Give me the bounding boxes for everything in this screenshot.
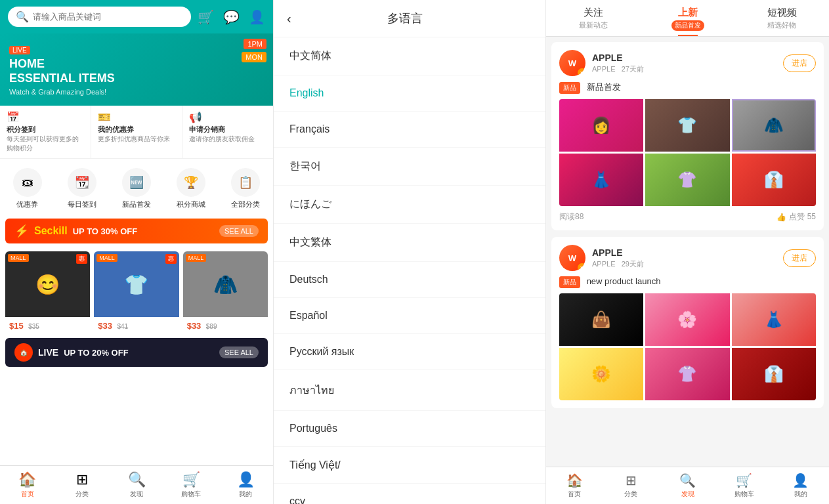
new-circle-icon: 🆕 (122, 168, 151, 197)
product-info-2: $33 $89 (183, 317, 268, 334)
referral-title: 申请分销商 (189, 125, 225, 135)
live-see-all[interactable]: SEE ALL (219, 346, 259, 358)
banner-text: LIVE HOMEESSENTIAL ITEMS Watch & Grab Am… (9, 43, 115, 96)
seckill-banner[interactable]: ⚡ Seckill UP TO 30% OFF SEE ALL (5, 219, 268, 243)
lang-es[interactable]: Español (274, 298, 545, 334)
lang-ru[interactable]: Русский язык (274, 334, 545, 370)
message-icon[interactable]: 💬 (223, 9, 240, 25)
v-badge-1: V (578, 263, 585, 271)
product-price-0: $15 (9, 321, 24, 331)
feed-username-1: APPLE (592, 247, 783, 258)
feed-footer-0: 阅读88 👍 点赞 55 (559, 211, 816, 222)
right-nav-home[interactable]: 🏠 首页 (546, 472, 603, 499)
right-nav-discover[interactable]: 🔍 发现 (659, 472, 715, 499)
left-panel: 🔍 🛒 💬 👤 LIVE HOMEESSENTIAL ITEMS Watch &… (0, 0, 273, 504)
feed-user-info-1: APPLE APPLE 29天前 (592, 247, 783, 269)
tab-follow-sub: 最新动态 (579, 20, 608, 30)
product-card-1[interactable]: 👕 MALL 惠 $33 $41 (94, 251, 179, 334)
signin-desc: 每天签到可以获得更多的购物积分 (7, 135, 84, 153)
lang-ccv[interactable]: ccv (274, 484, 545, 504)
quick-points[interactable]: 🏆 积分商城 (177, 168, 205, 209)
lang-th[interactable]: ภาษาไทย (274, 370, 545, 411)
live-circle-icon: 🏠 (14, 343, 33, 362)
product-info-1: $33 $41 (94, 317, 179, 334)
lang-vi[interactable]: Tiếng Việt/ (274, 447, 545, 484)
banner-right: 1PM MON (242, 39, 266, 62)
product-card-2[interactable]: 🧥 MALL $33 $89 (183, 251, 268, 334)
follow-btn-0[interactable]: 进店 (783, 54, 816, 72)
r-category-icon: ⊞ (626, 472, 637, 488)
banner-headline: HOMEESSENTIAL ITEMS (9, 57, 115, 85)
feed-images-1: 👜 🌸 👗 🌼 👚 👔 (559, 293, 816, 400)
tab-new[interactable]: 上新 新品首发 (641, 0, 735, 36)
left-nav-discover[interactable]: 🔍 发现 (109, 471, 163, 499)
right-nav-cart[interactable]: 🛒 购物车 (716, 472, 773, 499)
tab-video-main: 短视频 (767, 7, 797, 19)
quick-coupon[interactable]: 🎟 优惠券 (13, 168, 42, 209)
referral-icon: 📢 (189, 111, 202, 123)
points-signin[interactable]: 📅 积分签到 每天签到可以获得更多的购物积分 (0, 106, 91, 158)
feed-tag-label-1: new product launch (587, 276, 661, 286)
r-mine-icon: 👤 (792, 472, 809, 488)
lang-ja[interactable]: にほんご (274, 186, 545, 224)
search-input-wrap[interactable]: 🔍 (8, 7, 191, 27)
lang-pt[interactable]: Português (274, 411, 545, 447)
back-button[interactable]: ‹ (287, 11, 291, 26)
r-discover-icon: 🔍 (679, 472, 696, 488)
coupon-circle-icon: 🎟 (13, 168, 42, 197)
feed-img-1-1: 🌸 (645, 293, 729, 346)
tab-new-main: 上新 (678, 7, 698, 19)
discover-label: 发现 (130, 490, 143, 499)
feed-card-1: W V APPLE APPLE 29天前 进店 新品 new product l… (551, 237, 824, 408)
new-tag-0: 新品 (559, 82, 580, 94)
seckill-see-all[interactable]: SEE ALL (219, 225, 259, 237)
user-icon[interactable]: 👤 (249, 9, 265, 25)
search-bar: 🔍 🛒 💬 👤 (0, 0, 273, 33)
lang-zh-hant[interactable]: 中文繁体 (274, 224, 545, 262)
cart-icon[interactable]: 🛒 (198, 9, 214, 25)
right-nav-category[interactable]: ⊞ 分类 (603, 472, 659, 499)
mall-badge-2: MALL (186, 254, 207, 262)
feed-img-0-4: 👚 (645, 154, 729, 206)
lang-zh-hans[interactable]: 中文简体 (274, 37, 545, 75)
product-price-1: $33 (98, 321, 112, 331)
language-list: 中文简体 English Français 한국어 にほんご 中文繁体 Deut… (274, 37, 545, 504)
left-nav-cart[interactable]: 🛒 购物车 (164, 471, 219, 499)
product-card-0[interactable]: 😊 MALL 惠 $15 $35 (5, 251, 90, 334)
left-bottom-nav: 🏠 首页 ⊞ 分类 🔍 发现 🛒 购物车 👤 我的 (0, 465, 273, 504)
quick-all[interactable]: 📋 全部分类 (231, 168, 260, 209)
tab-follow[interactable]: 关注 最新动态 (546, 0, 641, 36)
quick-new[interactable]: 🆕 新品首发 (122, 168, 151, 209)
right-bottom-nav: 🏠 首页 ⊞ 分类 🔍 发现 🛒 购物车 👤 我的 (546, 467, 829, 504)
coupon-icon: 🎫 (98, 111, 111, 123)
r-home-icon: 🏠 (566, 472, 583, 488)
lang-fr[interactable]: Français (274, 112, 545, 148)
lang-ko[interactable]: 한국어 (274, 148, 545, 186)
left-nav-mine[interactable]: 👤 我的 (219, 471, 273, 499)
quick-signin[interactable]: 📆 每日签到 (68, 168, 96, 209)
live-left: 🏠 LIVE UP TO 20% OFF (14, 343, 129, 362)
right-nav-mine[interactable]: 👤 我的 (773, 472, 829, 499)
thumbs-up-icon: 👍 (776, 213, 786, 222)
live-banner[interactable]: 🏠 LIVE UP TO 20% OFF SEE ALL (5, 338, 268, 367)
tab-video-sub: 精选好物 (767, 20, 796, 30)
coupon-desc: 更多折扣优惠商品等你来 (98, 135, 170, 144)
lang-de[interactable]: Deutsch (274, 262, 545, 298)
feed-img-1-3: 🌼 (559, 348, 643, 400)
search-input[interactable] (33, 12, 183, 22)
points-coupon[interactable]: 🎫 我的优惠券 更多折扣优惠商品等你来 (91, 106, 182, 158)
left-nav-home[interactable]: 🏠 首页 (0, 471, 54, 499)
tab-follow-main: 关注 (584, 7, 603, 19)
lang-en[interactable]: English (274, 75, 545, 112)
follow-btn-1[interactable]: 进店 (783, 249, 816, 267)
r-mine-label: 我的 (794, 490, 807, 499)
lang-header: ‹ 多语言 (274, 0, 545, 37)
tab-video[interactable]: 短视频 精选好物 (734, 0, 829, 36)
feed-img-0-0: 👩 (559, 99, 643, 152)
points-referral[interactable]: 📢 申请分销商 邀请你的朋友获取佣金 (182, 106, 273, 158)
coupon-label: 优惠券 (16, 200, 38, 209)
new-tag-1: 新品 (559, 276, 580, 288)
product-original-0: $35 (28, 323, 39, 330)
day-badge: MON (242, 52, 266, 62)
left-nav-category[interactable]: ⊞ 分类 (54, 471, 109, 499)
